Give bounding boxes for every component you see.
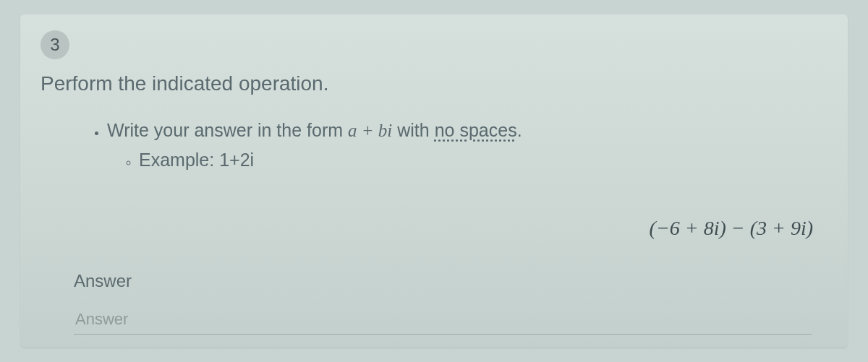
instruction-form: a + bi — [348, 121, 392, 140]
example-value: 1+2i — [219, 150, 254, 170]
instruction-text-pre: Write your answer in the form — [107, 120, 348, 140]
question-number: 3 — [50, 35, 59, 55]
math-expression-text: (−6 + 8i) − (3 + 9i) — [650, 217, 813, 239]
question-card: 3 Perform the indicated operation. Write… — [20, 14, 848, 348]
example-label: Example: — [139, 150, 219, 170]
instruction-sublist: Example: 1+2i — [139, 145, 827, 174]
instruction-text-mid: with — [392, 120, 434, 140]
instruction-item: Write your answer in the form a + bi wit… — [107, 116, 827, 174]
example-item: Example: 1+2i — [139, 145, 827, 174]
instruction-text-post: . — [517, 120, 522, 140]
instruction-list: Write your answer in the form a + bi wit… — [107, 116, 827, 174]
question-prompt: Perform the indicated operation. — [41, 72, 827, 95]
answer-input[interactable] — [74, 304, 812, 335]
answer-label: Answer — [74, 271, 132, 291]
math-expression: (−6 + 8i) − (3 + 9i) — [650, 217, 813, 240]
question-number-badge: 3 — [41, 30, 69, 59]
instruction-nospaces: no spaces — [435, 120, 517, 140]
